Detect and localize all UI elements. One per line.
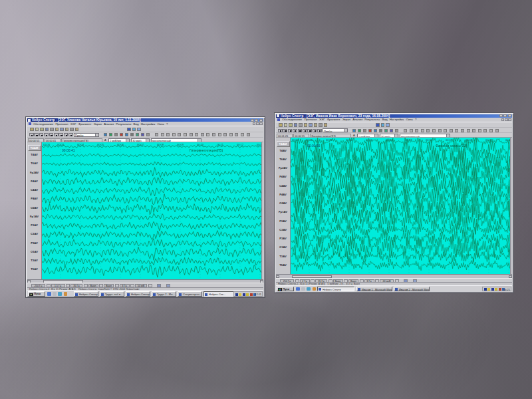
svg-text:00:09: 00:09 <box>485 138 493 142</box>
svg-text:Фоновая запись(ФЗ): Фоновая запись(ФЗ) <box>436 144 467 148</box>
svg-text:00:04: 00:04 <box>77 142 84 146</box>
svg-text:Гипервентиляция(ГВ): Гипервентиляция(ГВ) <box>190 148 223 152</box>
svg-text:00:08: 00:08 <box>157 142 164 146</box>
svg-text:02:00: 02:00 <box>43 142 51 146</box>
svg-text:00:00:41: 00:00:41 <box>62 148 75 152</box>
svg-text:00:05: 00:05 <box>97 142 104 146</box>
svg-text:00:12: 00:12 <box>237 142 244 146</box>
svg-text:00:00:55: 00:00:55 <box>307 144 321 148</box>
svg-text:00:09: 00:09 <box>177 142 184 146</box>
svg-text:00:06: 00:06 <box>117 142 124 146</box>
